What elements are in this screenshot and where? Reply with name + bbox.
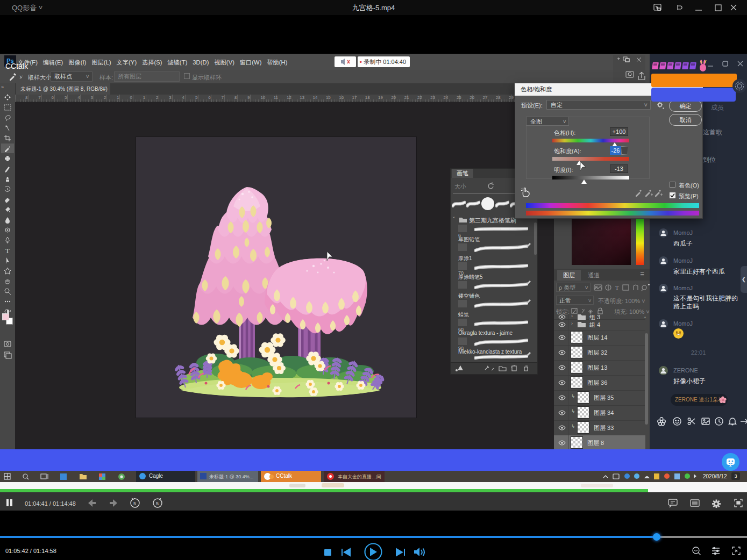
svg-text:5: 5 [133, 501, 136, 506]
svg-text:T: T [5, 247, 10, 255]
svg-text:5: 5 [156, 501, 159, 506]
svg-text:T: T [615, 284, 619, 291]
